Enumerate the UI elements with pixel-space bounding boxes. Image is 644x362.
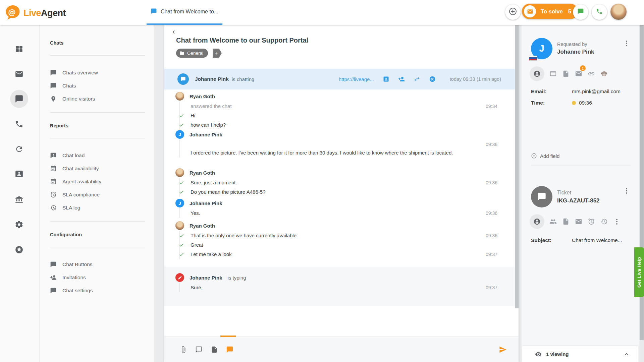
nav-item-chat-buttons[interactable]: Chat Buttons bbox=[50, 258, 145, 271]
mailchimp-icon[interactable] bbox=[600, 70, 608, 78]
nav-item-online-visitors[interactable]: Online visitors bbox=[50, 92, 145, 105]
panel-scrollbar[interactable] bbox=[639, 25, 644, 362]
close-circle-icon[interactable] bbox=[429, 76, 436, 82]
user-avatar[interactable] bbox=[610, 4, 627, 20]
rail-item-settings[interactable] bbox=[11, 217, 27, 233]
add-field-button[interactable]: Add field bbox=[531, 153, 559, 159]
person-add-icon[interactable] bbox=[398, 76, 405, 82]
delivered-check-icon bbox=[179, 242, 184, 248]
timezone-dot-icon bbox=[572, 101, 576, 105]
notes-icon[interactable] bbox=[562, 218, 570, 226]
logo-text: LiveAgent bbox=[23, 8, 66, 18]
nav-section-chats: Chats bbox=[50, 40, 145, 46]
delivered-check-icon bbox=[179, 189, 184, 195]
visitor-avatar: J bbox=[175, 130, 184, 139]
divider bbox=[50, 221, 145, 222]
details-panel: J Requested by Johanne Pink 1 bbox=[522, 25, 639, 362]
notes-icon[interactable] bbox=[562, 70, 570, 78]
nav-item-chat-availability[interactable]: Chat availability bbox=[50, 162, 145, 175]
message-group: J Johanne Pink 09:36 I ordered the pictu… bbox=[164, 130, 515, 158]
timestamp: 09:34 bbox=[486, 102, 497, 110]
rail-item-academy[interactable] bbox=[11, 191, 27, 207]
attachment-icon[interactable] bbox=[180, 346, 187, 353]
email-value: mrs.pink@gmail.com bbox=[572, 88, 621, 95]
bank-icon bbox=[15, 195, 23, 204]
country-flag-icon bbox=[529, 56, 537, 61]
nav-item-chat-settings[interactable]: Chat settings bbox=[50, 284, 145, 297]
visitor-status: is chatting bbox=[232, 76, 255, 82]
transfer-arrows-icon[interactable] bbox=[414, 76, 420, 82]
more-icon[interactable] bbox=[613, 218, 621, 226]
svg-text:@: @ bbox=[8, 8, 16, 16]
chevron-up-icon[interactable] bbox=[624, 352, 629, 357]
timestamp: 09:36 bbox=[486, 209, 497, 217]
add-ticket-button[interactable] bbox=[505, 4, 521, 20]
mail-icon[interactable]: 1 bbox=[575, 70, 583, 78]
nav-item-sla-log[interactable]: SLA log bbox=[50, 201, 145, 214]
folder-icon bbox=[179, 51, 184, 56]
reply-input-area[interactable] bbox=[164, 306, 519, 337]
document-icon[interactable] bbox=[211, 346, 218, 353]
chat-preview-icon[interactable] bbox=[195, 346, 203, 353]
contact-more-menu[interactable] bbox=[624, 39, 629, 48]
chat-scrollbar[interactable] bbox=[515, 25, 519, 308]
nav-item-chats[interactable]: Chats bbox=[50, 79, 145, 92]
nav-item-invitations[interactable]: Invitations bbox=[50, 271, 145, 284]
topbar: @ LiveAgent Chat from Welcome to... To s… bbox=[0, 0, 644, 25]
send-icon[interactable] bbox=[498, 345, 507, 354]
history-icon[interactable] bbox=[600, 218, 608, 226]
calls-button[interactable] bbox=[592, 4, 607, 20]
nav-item-agent-availability[interactable]: Agent availability bbox=[50, 175, 145, 188]
chats-online-button[interactable] bbox=[573, 4, 588, 20]
link-icon[interactable] bbox=[587, 70, 595, 78]
get-live-help-tab[interactable]: Get Live Help bbox=[634, 247, 644, 297]
to-solve-label: To solve bbox=[541, 8, 563, 15]
quick-note-icon[interactable] bbox=[226, 346, 233, 353]
message-group: Ryan Goth Sure, just a moment.09:36 Do y… bbox=[164, 168, 515, 197]
back-chevron-icon[interactable]: ‹ bbox=[170, 27, 177, 36]
id-badge-icon[interactable] bbox=[383, 76, 389, 82]
email-row: Email: mrs.pink@gmail.com bbox=[531, 87, 633, 96]
ticket-icon-row bbox=[530, 214, 633, 229]
divider bbox=[50, 138, 145, 138]
viewing-bar[interactable]: 1 viewing bbox=[522, 346, 638, 362]
rail-item-calls[interactable] bbox=[11, 116, 27, 132]
viewing-label: 1 viewing bbox=[546, 351, 569, 357]
message-group: Ryan Goth That is the only one we have c… bbox=[164, 221, 515, 259]
nav-item-chat-load[interactable]: Chat load bbox=[50, 149, 145, 162]
visitor-url-link[interactable]: https://liveage... bbox=[339, 76, 374, 82]
group-icon[interactable] bbox=[549, 218, 557, 226]
rail-item-mail[interactable] bbox=[11, 66, 27, 82]
browser-window-icon[interactable] bbox=[549, 70, 557, 78]
person-icon[interactable] bbox=[530, 66, 544, 81]
time-label: Time: bbox=[531, 100, 572, 106]
chat-icon bbox=[50, 82, 57, 89]
add-tag-button[interactable]: + bbox=[213, 49, 222, 58]
chat-status-icon bbox=[177, 73, 189, 85]
nav-item-sla-compliance[interactable]: SLA compliance bbox=[50, 188, 145, 201]
tab-chat-from-welcome[interactable]: Chat from Welcome to... bbox=[147, 0, 222, 25]
requested-by-label: Requested by bbox=[557, 42, 587, 47]
ticket-id: IKG-AZAUT-852 bbox=[557, 197, 600, 204]
tag-general[interactable]: General bbox=[176, 49, 208, 58]
dashboard-icon bbox=[15, 45, 23, 53]
ticket-avatar[interactable] bbox=[531, 186, 552, 207]
rail-item-contacts[interactable] bbox=[11, 166, 27, 182]
rail-item-automation[interactable] bbox=[11, 141, 27, 157]
agent-avatar bbox=[175, 221, 184, 230]
rail-item-dashboard[interactable] bbox=[11, 41, 27, 57]
to-solve-button[interactable]: To solve 5 bbox=[522, 4, 578, 19]
person-icon[interactable] bbox=[530, 214, 544, 229]
rail-item-getting-started[interactable] bbox=[11, 242, 27, 258]
nav-item-chats-overview[interactable]: Chats overview bbox=[50, 66, 145, 79]
divider bbox=[50, 112, 145, 113]
liveagent-logo[interactable]: @ LiveAgent bbox=[5, 4, 66, 22]
alarm-icon[interactable] bbox=[587, 218, 595, 226]
rail-item-chats[interactable] bbox=[10, 90, 28, 108]
contact-card-icon bbox=[15, 170, 23, 178]
ticket-more-menu[interactable] bbox=[624, 186, 629, 195]
plus-circle-icon bbox=[508, 7, 517, 17]
mail-icon[interactable] bbox=[575, 218, 583, 226]
agent-avatar bbox=[175, 92, 184, 101]
chat-icon bbox=[537, 192, 546, 201]
